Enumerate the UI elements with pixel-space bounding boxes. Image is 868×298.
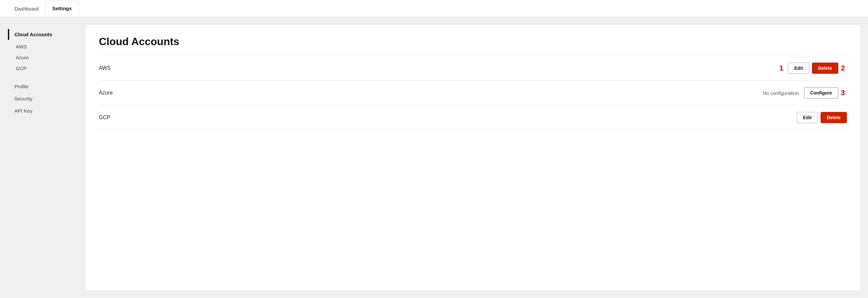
- aws-edit-button[interactable]: Edit: [788, 63, 809, 74]
- gcp-edit-button[interactable]: Edit: [797, 112, 818, 123]
- badge-3: 3: [841, 89, 845, 97]
- content-area: Cloud Accounts AWS 1 Edit Delete 2 Azure…: [86, 25, 860, 290]
- account-actions-azure: No configuration Configure 3: [763, 87, 847, 98]
- account-actions-gcp: Edit Delete: [797, 112, 847, 123]
- account-name-azure: Azure: [99, 90, 763, 96]
- account-actions-aws: 1 Edit Delete 2: [779, 63, 847, 74]
- sidebar-item-profile[interactable]: Profile: [8, 80, 81, 93]
- table-row: GCP Edit Delete: [99, 105, 847, 130]
- sidebar-item-gcp[interactable]: GCP: [8, 63, 81, 74]
- no-configuration-text: No configuration: [763, 90, 799, 96]
- main-layout: Cloud Accounts AWS Azure GCP Profile Sec…: [0, 17, 868, 298]
- nav-settings[interactable]: Settings: [45, 1, 79, 17]
- top-nav: Dashboard Settings: [0, 0, 868, 17]
- page-title: Cloud Accounts: [99, 36, 847, 48]
- sidebar-item-api-key[interactable]: API Key: [8, 105, 81, 117]
- sidebar-separator: [8, 74, 81, 80]
- account-name-aws: AWS: [99, 65, 779, 71]
- table-row: AWS 1 Edit Delete 2: [99, 56, 847, 80]
- badge-2: 2: [841, 64, 845, 72]
- azure-configure-button[interactable]: Configure: [804, 87, 838, 98]
- sidebar-item-azure[interactable]: Azure: [8, 52, 81, 63]
- sidebar-item-security[interactable]: Security: [8, 93, 81, 105]
- sidebar-item-aws[interactable]: AWS: [8, 41, 81, 52]
- account-name-gcp: GCP: [99, 114, 797, 121]
- sidebar-section-cloud-accounts[interactable]: Cloud Accounts: [8, 29, 81, 40]
- nav-dashboard[interactable]: Dashboard: [8, 1, 45, 16]
- aws-delete-button[interactable]: Delete: [812, 63, 838, 74]
- gcp-delete-button[interactable]: Delete: [820, 112, 847, 123]
- table-row: Azure No configuration Configure 3: [99, 80, 847, 105]
- sidebar: Cloud Accounts AWS Azure GCP Profile Sec…: [8, 25, 81, 290]
- badge-1: 1: [779, 64, 783, 72]
